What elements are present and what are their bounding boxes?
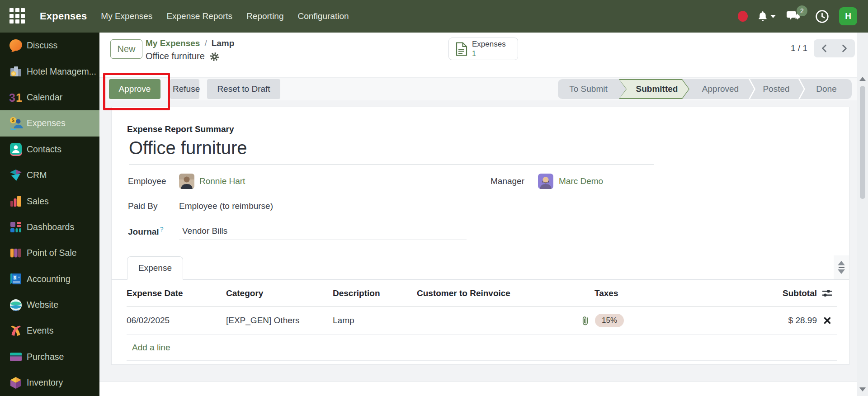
scrollbar-up-icon[interactable] (859, 77, 866, 81)
page-scrollbar[interactable] (857, 33, 868, 396)
column-header-customer[interactable]: Customer to Reinvoice (417, 288, 581, 298)
chatter-strip (99, 382, 868, 396)
sidebar-item-discuss[interactable]: Discuss (0, 33, 99, 58)
menu-my-expenses[interactable]: My Expenses (101, 11, 152, 21)
record-display-name: Office furniture (146, 51, 205, 61)
divider (839, 267, 844, 268)
employee-value-link[interactable]: Ronnie Hart (199, 176, 245, 186)
arrow-down-icon[interactable] (838, 269, 845, 274)
column-header-expense-date[interactable]: Expense Date (127, 288, 226, 298)
new-button[interactable]: New (110, 39, 142, 59)
status-step-done[interactable]: Done (801, 79, 852, 99)
sidebar-item-calendar[interactable]: 31 Calendar (0, 85, 99, 110)
dashboards-icon (9, 220, 23, 234)
statusbar: To Submit Submitted Approved Posted Done (558, 79, 852, 99)
expense-line-row[interactable]: 06/02/2025 [EXP_GEN] Others Lamp 15% $ 2… (127, 307, 837, 335)
cell-expense-date[interactable]: 06/02/2025 (127, 316, 226, 325)
approve-button[interactable]: Approve (109, 79, 160, 99)
smart-button-label: Expenses (472, 40, 506, 49)
sales-icon (9, 194, 23, 208)
tab-expense[interactable]: Expense (127, 256, 183, 280)
sidebar-item-inventory[interactable]: Inventory (0, 370, 99, 396)
user-avatar[interactable]: H (839, 7, 857, 25)
app-brand-title[interactable]: Expenses (40, 10, 87, 22)
arrow-up-icon[interactable] (838, 261, 845, 265)
sidebar-item-dashboards[interactable]: Dashboards (0, 214, 99, 240)
message-count-badge: 2 (797, 5, 807, 16)
clock-icon (815, 9, 829, 24)
column-header-category[interactable]: Category (226, 288, 333, 298)
apps-menu-icon[interactable] (9, 8, 26, 24)
scrollbar-thumb[interactable] (860, 86, 865, 199)
status-step-to-submit[interactable]: To Submit (558, 79, 619, 99)
sidebar-item-sales[interactable]: Sales (0, 188, 99, 214)
optional-columns-button[interactable] (817, 289, 837, 297)
sidebar-item-label: Accounting (27, 274, 70, 284)
record-title-input[interactable]: Office furniture (129, 138, 654, 165)
activities-clock-button[interactable] (815, 9, 829, 24)
contacts-icon (9, 142, 23, 156)
messages-button[interactable]: 2 (786, 10, 801, 23)
manager-field-label: Manager (491, 176, 524, 186)
paid-by-field-label: Paid By (128, 201, 157, 211)
tax-badge[interactable]: 15% (595, 314, 624, 327)
cell-category[interactable]: [EXP_GEN] Others (226, 316, 333, 325)
journal-value[interactable]: Vendor Bills (182, 226, 227, 236)
sidebar-item-contacts[interactable]: Contacts (0, 137, 99, 162)
refuse-button[interactable]: Refuse (170, 79, 199, 99)
column-header-description[interactable]: Description (333, 288, 417, 298)
sidebar-item-label: Contacts (27, 144, 61, 155)
reset-to-draft-button[interactable]: Reset to Draft (207, 79, 280, 99)
sidebar-item-purchase[interactable]: Purchase (0, 344, 99, 370)
expenses-smart-button[interactable]: Expenses 1 (448, 38, 518, 60)
paperclip-icon[interactable] (581, 316, 589, 326)
pager-next-button[interactable] (835, 39, 855, 57)
cell-subtotal[interactable]: $ 28.99 (692, 316, 817, 325)
help-icon[interactable]: ? (160, 226, 164, 233)
top-navbar: Expenses My Expenses Expense Reports Rep… (0, 0, 868, 33)
notebook-scroll-widget (834, 255, 849, 279)
gear-icon[interactable] (210, 52, 219, 61)
scrollbar-down-icon[interactable] (859, 387, 866, 391)
chevron-down-icon (770, 15, 776, 18)
column-header-taxes[interactable]: Taxes (581, 288, 692, 298)
status-step-posted[interactable]: Posted (751, 79, 801, 99)
status-step-submitted[interactable]: Submitted (619, 79, 689, 99)
breadcrumb-parent-link[interactable]: My Expenses (146, 38, 200, 48)
journal-input-underline (179, 240, 467, 240)
close-icon (824, 317, 831, 324)
recording-indicator-icon (738, 11, 748, 22)
cell-description[interactable]: Lamp (333, 316, 417, 325)
summary-field-label: Expense Report Summary (127, 124, 234, 134)
status-step-approved[interactable]: Approved (689, 79, 751, 99)
add-a-line-link[interactable]: Add a line (132, 343, 170, 353)
notifications-bell-button[interactable] (757, 10, 776, 22)
cell-taxes[interactable]: 15% (581, 314, 692, 327)
manager-value-link[interactable]: Marc Demo (559, 176, 603, 186)
menu-configuration[interactable]: Configuration (298, 11, 349, 21)
journal-field-label: Journal? (128, 226, 163, 237)
paid-by-value[interactable]: Employee (to reimburse) (179, 201, 273, 211)
sidebar-item-hotel-management[interactable]: Hotel Managem... (0, 58, 99, 84)
sidebar-item-point-of-sale[interactable]: Point of Sale (0, 240, 99, 266)
inventory-icon (9, 376, 23, 390)
sidebar-item-events[interactable]: Events (0, 318, 99, 344)
sidebar-item-label: Discuss (27, 40, 57, 51)
sidebar-item-label: Purchase (27, 352, 64, 362)
delete-line-button[interactable] (817, 317, 837, 324)
sidebar-item-label: Website (27, 300, 58, 310)
form-view: Expense Report Summary Office furniture … (99, 100, 868, 396)
sidebar-item-label: Hotel Managem... (27, 66, 96, 77)
svg-text:$: $ (12, 118, 14, 123)
sidebar-item-website[interactable]: Website (0, 292, 99, 318)
calendar-icon: 31 (9, 90, 23, 104)
sidebar-item-expenses[interactable]: $ Expenses (0, 110, 99, 136)
sidebar-item-label: Point of Sale (27, 248, 77, 258)
pager-previous-button[interactable] (814, 39, 835, 57)
menu-reporting[interactable]: Reporting (246, 11, 283, 21)
column-header-subtotal[interactable]: Subtotal (692, 288, 817, 298)
svg-text:1: 1 (16, 91, 22, 104)
menu-expense-reports[interactable]: Expense Reports (166, 11, 232, 21)
sidebar-item-accounting[interactable]: $ Accounting (0, 266, 99, 292)
sidebar-item-crm[interactable]: CRM (0, 162, 99, 188)
